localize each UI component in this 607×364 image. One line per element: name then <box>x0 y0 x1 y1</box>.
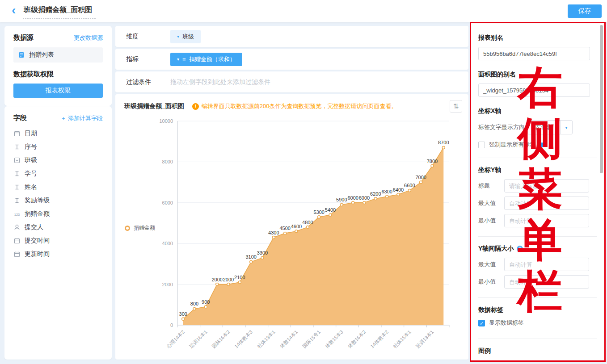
dimension-tag[interactable]: ▾ 班级 <box>170 30 201 43</box>
calendar-icon <box>13 237 21 244</box>
chart-title: 班级捐赠金额_面积图 <box>124 102 184 110</box>
svg-text:3300: 3300 <box>257 250 268 255</box>
scrollbar[interactable] <box>600 25 603 173</box>
force-labels-label: 强制显示所有标签 <box>489 141 535 149</box>
interval-min-label: 最小值 <box>478 278 504 286</box>
svg-text:国际15专1: 国际15专1 <box>301 329 321 349</box>
svg-text:4500: 4500 <box>279 226 290 231</box>
label-direction-label: 标签文字显示方向 <box>478 123 525 131</box>
sort-button[interactable]: ⇅ <box>450 100 462 113</box>
help-icon[interactable]: ? <box>517 246 523 252</box>
field-item[interactable]: 班级 <box>13 154 103 167</box>
svg-text:2000: 2000 <box>223 277 234 282</box>
interval-min-input[interactable] <box>504 275 589 289</box>
svg-text:7800: 7800 <box>427 159 438 164</box>
settings-panel: 报表别名 面积图的别名 坐标X轴 标签文字显示方向 左倾斜 ▾ 强制显示所有标签… <box>471 22 604 362</box>
report-alias-label: 报表别名 <box>478 34 597 42</box>
chevron-down-icon: ▾ <box>560 121 572 134</box>
field-item[interactable]: 日期 <box>13 127 103 140</box>
field-item[interactable]: 提交人 <box>13 221 103 234</box>
datasource-panel: 数据源 更改数据源 捐赠列表 数据获取权限 报表权限 <box>4 26 112 106</box>
field-label: 学号 <box>25 170 37 178</box>
svg-text:2000: 2000 <box>211 277 222 282</box>
svg-text:8000: 8000 <box>162 159 173 164</box>
svg-text:6400: 6400 <box>393 187 404 192</box>
interval-max-label: 最大值 <box>478 260 504 268</box>
add-calc-field-link[interactable]: ＋ 添加计算字段 <box>60 114 103 122</box>
svg-text:4000: 4000 <box>162 241 173 246</box>
field-item[interactable]: 序号 <box>13 140 103 154</box>
svg-text:6200: 6200 <box>370 191 381 197</box>
metric-label: 指标 <box>126 55 170 63</box>
field-label: 序号 <box>25 143 37 151</box>
user-icon <box>13 224 21 231</box>
svg-text:体教16本2: 体教16本2 <box>346 329 367 350</box>
field-label: 日期 <box>25 130 37 138</box>
field-item[interactable]: 更新时间 <box>13 247 103 261</box>
metric-tag[interactable]: ▾ ≡ 捐赠金额（求和） <box>170 53 242 66</box>
dimension-row: 维度 ▾ 班级 <box>115 26 468 47</box>
chart-alias-input[interactable] <box>478 84 590 97</box>
field-label: 姓名 <box>25 183 37 191</box>
warning-icon: ! <box>192 103 199 110</box>
field-label: 提交时间 <box>25 237 50 245</box>
chart-panel: 班级捐赠金额_面积图 ! 编辑界面只取数据源前200条作为查询数据预览，完整数据… <box>115 94 468 360</box>
dimension-label: 维度 <box>126 33 170 41</box>
filter-row[interactable]: 过滤条件 拖动左侧字段到此处来添加过滤条件 <box>115 71 468 92</box>
field-item[interactable]: 123捐赠金额 <box>13 207 103 221</box>
field-label: 班级 <box>25 156 37 164</box>
field-item[interactable]: 提交时间 <box>13 234 103 247</box>
divider <box>478 158 597 158</box>
divider <box>478 339 597 339</box>
fields-title: 字段 <box>13 114 27 122</box>
svg-text:运训13本1: 运训13本1 <box>415 329 435 349</box>
calendar-icon <box>13 130 21 137</box>
legend-item[interactable]: 捐赠金额 <box>125 224 155 232</box>
text-icon <box>13 170 21 177</box>
svg-text:5400: 5400 <box>325 207 336 213</box>
field-item[interactable]: 学号 <box>13 167 103 180</box>
svg-text:8700: 8700 <box>438 140 449 145</box>
svg-text:300: 300 <box>179 311 187 317</box>
permission-title: 数据获取权限 <box>13 70 103 79</box>
svg-text:5300: 5300 <box>313 209 324 215</box>
filter-placeholder: 拖动左侧字段到此处来添加过滤条件 <box>170 78 270 86</box>
metric-row: 指标 ▾ ≡ 捐赠金额（求和） <box>115 49 468 70</box>
filter-label: 过滤条件 <box>126 78 170 86</box>
svg-text:3100: 3100 <box>245 254 256 259</box>
force-labels-checkbox[interactable] <box>478 142 485 148</box>
show-data-labels-checkbox[interactable]: ✓ <box>478 320 485 326</box>
svg-text:123: 123 <box>14 213 20 217</box>
text-icon <box>13 184 21 191</box>
y-max-input[interactable] <box>504 197 589 210</box>
info-icon[interactable] <box>540 142 544 147</box>
svg-text:2000: 2000 <box>162 282 173 287</box>
chevron-down-icon: ▾ <box>177 57 179 62</box>
select-icon <box>13 157 21 164</box>
fields-list: 日期序号班级学号姓名奖励等级123捐赠金额提交人提交时间更新时间 <box>13 127 103 261</box>
report-permission-button[interactable]: 报表权限 <box>13 84 103 98</box>
legend-section-title: 图例 <box>478 347 597 355</box>
field-label: 捐赠金额 <box>25 210 50 218</box>
change-datasource-link[interactable]: 更改数据源 <box>74 34 103 42</box>
svg-text:800: 800 <box>190 301 198 306</box>
field-item[interactable]: 姓名 <box>13 180 103 194</box>
legend-label: 捐赠金额 <box>134 224 155 232</box>
y-min-input[interactable] <box>504 214 589 227</box>
svg-text:10000: 10000 <box>159 118 173 124</box>
area-chart[interactable]: 0200040006000800010000300800900200020002… <box>115 113 468 358</box>
y-title-input[interactable] <box>504 179 589 192</box>
legend-marker-icon <box>125 226 130 231</box>
data-labels-section-title: 数据标签 <box>478 306 597 314</box>
text-icon <box>13 143 21 151</box>
save-button[interactable]: 保存 <box>568 4 602 18</box>
field-item[interactable]: 奖励等级 <box>13 194 103 207</box>
label-direction-select[interactable]: 左倾斜 ▾ <box>527 120 573 134</box>
interval-max-input[interactable] <box>504 258 589 271</box>
back-icon[interactable]: ‹ <box>12 5 16 15</box>
datasource-item[interactable]: 捐赠列表 <box>13 47 103 63</box>
svg-text:心理14本2: 心理14本2 <box>165 329 186 350</box>
preview-warning: ! 编辑界面只取数据源前200条作为查询数据预览，完整数据请访问页面查看。 <box>192 102 397 110</box>
chart-body: 0200040006000800010000300800900200020002… <box>115 113 468 358</box>
report-alias-input[interactable] <box>478 47 590 60</box>
